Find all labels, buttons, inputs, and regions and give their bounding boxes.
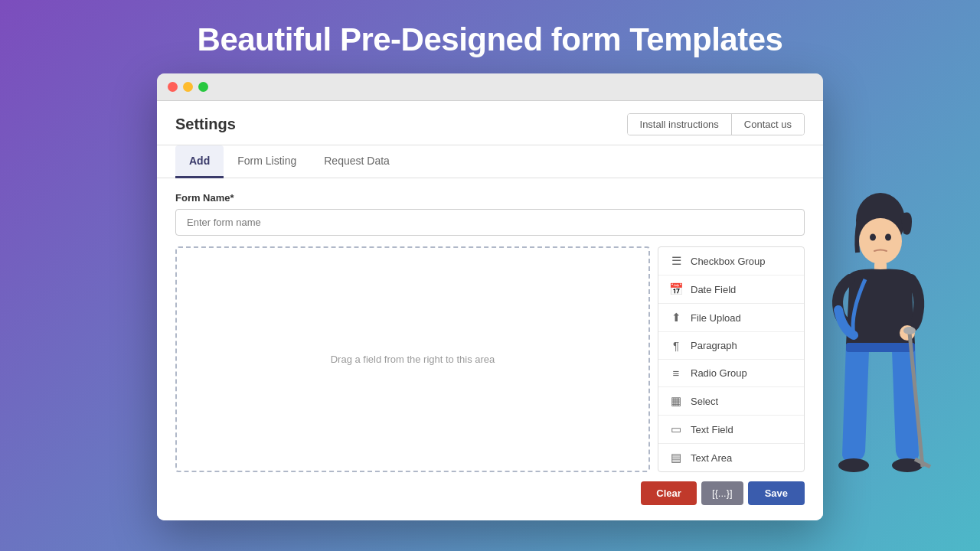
settings-title: Settings: [175, 116, 236, 133]
form-name-label: Form Name*: [175, 192, 805, 204]
file-upload-label: File Upload: [691, 312, 741, 324]
drop-zone[interactable]: Drag a field from the right to this area: [175, 246, 650, 472]
contact-us-button[interactable]: Contact us: [732, 114, 804, 135]
browser-window: Settings Install instructions Contact us…: [157, 73, 823, 520]
text-area-icon: ▤: [669, 451, 683, 465]
json-button[interactable]: [{...}]: [701, 481, 743, 505]
palette-item-paragraph[interactable]: ¶Paragraph: [658, 332, 804, 360]
palette-item-date-field[interactable]: 📅Date Field: [658, 276, 804, 304]
svg-point-1: [859, 218, 902, 264]
date-field-label: Date Field: [691, 284, 736, 295]
clear-button[interactable]: Clear: [641, 481, 697, 505]
text-area-label: Text Area: [691, 452, 732, 464]
palette-item-checkbox-group[interactable]: ☰Checkbox Group: [658, 247, 804, 276]
palette-item-file-upload[interactable]: ⬆File Upload: [658, 304, 804, 332]
tab-add[interactable]: Add: [175, 145, 224, 178]
palette-item-select[interactable]: ▦Select: [658, 387, 804, 416]
field-palette: ☰Checkbox Group📅Date Field⬆File Upload¶P…: [658, 246, 805, 472]
svg-rect-6: [846, 343, 915, 352]
traffic-yellow[interactable]: [183, 82, 193, 92]
page-title: Beautiful Pre-Designed form Templates: [198, 21, 783, 58]
paragraph-label: Paragraph: [691, 340, 737, 351]
character-illustration: [827, 161, 934, 528]
browser-titlebar: [157, 73, 823, 101]
form-name-input[interactable]: [175, 209, 805, 236]
settings-header: Settings Install instructions Contact us: [157, 101, 823, 145]
form-body: Form Name* Drag a field from the right t…: [157, 178, 823, 520]
tab-request-data[interactable]: Request Data: [310, 145, 403, 178]
radio-group-icon: ≡: [669, 367, 683, 380]
browser-content: Settings Install instructions Contact us…: [157, 101, 823, 520]
svg-point-7: [838, 458, 869, 472]
select-icon: ▦: [669, 394, 683, 408]
traffic-red[interactable]: [168, 82, 178, 92]
drop-zone-text: Drag a field from the right to this area: [331, 354, 495, 365]
palette-item-text-field[interactable]: ▭Text Field: [658, 416, 804, 444]
select-label: Select: [691, 396, 718, 407]
paragraph-icon: ¶: [669, 339, 683, 352]
svg-point-2: [870, 234, 876, 241]
text-field-label: Text Field: [691, 424, 733, 435]
traffic-green[interactable]: [198, 82, 208, 92]
tab-form-listing[interactable]: Form Listing: [224, 145, 310, 178]
text-field-icon: ▭: [669, 422, 683, 436]
tabs-bar: Add Form Listing Request Data: [157, 145, 823, 178]
palette-item-text-area[interactable]: ▤Text Area: [658, 444, 804, 471]
action-bar: Clear [{...}] Save: [175, 481, 805, 505]
radio-group-label: Radio Group: [691, 367, 747, 379]
file-upload-icon: ⬆: [669, 311, 683, 324]
date-field-icon: 📅: [669, 282, 683, 296]
builder-area: Drag a field from the right to this area…: [175, 246, 805, 472]
header-buttons: Install instructions Contact us: [627, 113, 805, 135]
checkbox-group-icon: ☰: [669, 254, 683, 268]
install-instructions-button[interactable]: Install instructions: [628, 114, 732, 135]
svg-point-3: [885, 234, 891, 241]
save-button[interactable]: Save: [748, 481, 805, 505]
checkbox-group-label: Checkbox Group: [691, 256, 766, 267]
svg-point-11: [903, 327, 916, 334]
palette-item-radio-group[interactable]: ≡Radio Group: [658, 360, 804, 387]
